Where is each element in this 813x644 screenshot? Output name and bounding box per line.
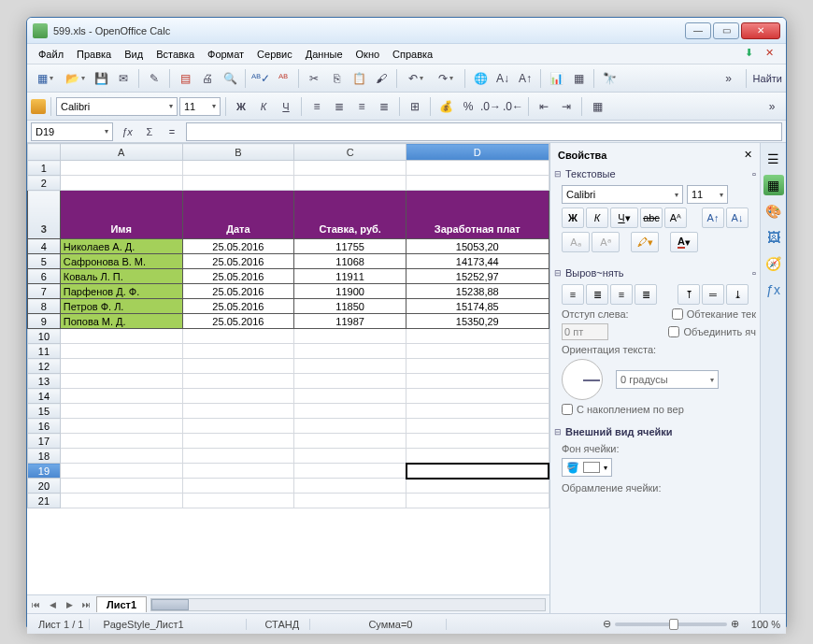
sidebar-close-icon[interactable]: ✕ [744, 149, 752, 161]
row-header[interactable]: 20 [28, 479, 61, 494]
align-justify-button[interactable]: ≣ [374, 96, 394, 117]
email-button[interactable]: ✉ [113, 68, 134, 89]
row-header[interactable]: 6 [28, 269, 61, 284]
sum-button[interactable]: Σ [139, 122, 160, 142]
sb-highlight-button[interactable]: 🖍▾ [631, 232, 659, 252]
menu-insert[interactable]: Вставка [150, 47, 200, 62]
merge-checkbox[interactable]: Объединить яч [668, 326, 756, 337]
remove-decimal-button[interactable]: .0← [503, 96, 523, 117]
cell[interactable]: 25.05.2016 [182, 254, 294, 269]
sb-italic-button[interactable]: К [586, 208, 608, 228]
menu-file[interactable]: Файл [33, 47, 69, 62]
cell[interactable]: 15238,88 [406, 284, 549, 299]
bg-color-button[interactable]: 🪣 [562, 458, 612, 477]
cell[interactable]: 25.05.2016 [182, 269, 294, 284]
row-header[interactable]: 2 [28, 176, 61, 191]
underline-button[interactable]: Ч [276, 96, 296, 117]
cell[interactable]: Петров Ф. Л. [60, 299, 182, 314]
cell[interactable]: 25.05.2016 [182, 314, 294, 329]
paste-button[interactable]: 📋 [349, 68, 369, 89]
sb-valign-mid[interactable]: ═ [702, 284, 724, 305]
font-name-select[interactable]: Calibri [56, 97, 178, 116]
sb-align-center[interactable]: ≣ [586, 284, 608, 305]
row-header[interactable]: 18 [28, 449, 61, 464]
cell[interactable]: 15053,20 [406, 239, 549, 254]
row-header-selected[interactable]: 19 [28, 464, 61, 479]
header-name[interactable]: Имя [60, 191, 182, 239]
zoom-value[interactable]: 100 % [743, 619, 780, 630]
format-paint-button[interactable]: 🖌 [371, 68, 392, 89]
sb-grow-font-button[interactable]: A↑ [702, 208, 724, 228]
tab-first-button[interactable]: ⏮ [27, 597, 44, 612]
row-header[interactable]: 5 [28, 254, 61, 269]
font-size-select[interactable]: 11 [179, 97, 221, 116]
menu-format[interactable]: Формат [202, 47, 250, 62]
col-header-b[interactable]: B [182, 144, 294, 161]
menu-help[interactable]: Справка [387, 47, 438, 62]
sb-bold-button[interactable]: Ж [562, 208, 584, 228]
cell[interactable]: 11755 [294, 239, 406, 254]
cell[interactable]: 11068 [294, 254, 406, 269]
sb-shrink-font-button[interactable]: A↓ [726, 208, 749, 228]
header-salary[interactable]: Заработная плат [406, 191, 549, 239]
new-button[interactable]: ▦ [31, 68, 59, 89]
cut-button[interactable]: ✂ [304, 68, 324, 89]
cell[interactable]: 25.05.2016 [182, 299, 294, 314]
styles-icon[interactable] [31, 99, 46, 114]
sb-align-right[interactable]: ≡ [610, 284, 633, 305]
dock-properties-icon[interactable]: ▦ [763, 175, 784, 195]
status-mode[interactable]: СТАНД [254, 619, 310, 630]
row-header[interactable]: 21 [28, 494, 61, 508]
sb-size-select[interactable]: 11 [687, 185, 728, 204]
section-align-header[interactable]: Выров~нять▫ [554, 265, 756, 280]
sb-shadow-button[interactable]: Aᴬ [664, 208, 687, 228]
degrees-select[interactable]: 0 градусы [616, 370, 719, 389]
header-rate[interactable]: Ставка, руб. [294, 191, 406, 239]
expand-format-button[interactable]: » [762, 96, 782, 117]
row-header[interactable]: 16 [28, 419, 61, 434]
formula-input[interactable] [186, 122, 782, 141]
active-cell[interactable] [406, 464, 549, 479]
col-header-c[interactable]: C [294, 144, 406, 161]
sb-underline-button[interactable]: Ч ▾ [610, 208, 638, 228]
dock-gallery-icon[interactable]: 🖼 [763, 227, 784, 248]
name-box[interactable]: D19 [31, 122, 113, 141]
tab-prev-button[interactable]: ◀ [44, 597, 61, 612]
function-wizard-button[interactable]: ƒx [117, 122, 137, 142]
cell[interactable]: Парфенов Д. Ф. [60, 284, 182, 299]
currency-button[interactable]: 💰 [435, 96, 456, 117]
print-button[interactable]: 🖨 [197, 68, 218, 89]
undo-button[interactable]: ↶ [402, 68, 430, 89]
inc-indent-button[interactable]: ⇥ [556, 96, 577, 117]
bold-button[interactable]: Ж [231, 96, 251, 117]
borders-button[interactable]: ▦ [587, 96, 607, 117]
copy-button[interactable]: ⎘ [326, 68, 347, 89]
row-header[interactable]: 14 [28, 389, 61, 404]
status-sum[interactable]: Сумма=0 [363, 619, 447, 630]
align-left-button[interactable]: ≡ [307, 96, 327, 117]
zoom-out-button[interactable]: ⊖ [603, 618, 611, 630]
wrap-checkbox[interactable]: Обтекание тек [672, 308, 756, 320]
dock-navigator-icon[interactable]: 🧭 [763, 253, 784, 274]
align-center-button[interactable]: ≣ [329, 96, 349, 117]
menu-window[interactable]: Окно [350, 47, 386, 62]
pdf-button[interactable]: ▤ [175, 68, 195, 89]
cell[interactable]: Попова М. Д. [60, 314, 182, 329]
sb-font-select[interactable]: Calibri [562, 185, 683, 204]
navigator-button[interactable]: 🔭 [599, 68, 620, 89]
sb-align-left[interactable]: ≡ [562, 284, 584, 305]
cell[interactable]: 25.05.2016 [182, 284, 294, 299]
sb-valign-bot[interactable]: ⤓ [726, 284, 749, 305]
cell[interactable]: Сафронова В. М. [60, 254, 182, 269]
autospell-button[interactable]: ᴬᴮ [273, 68, 293, 89]
col-header-a[interactable]: A [60, 144, 182, 161]
cell[interactable]: 11900 [294, 284, 406, 299]
dock-styles-icon[interactable]: 🎨 [763, 201, 784, 222]
maximize-button[interactable]: ▭ [713, 22, 739, 39]
merge-cells-button[interactable]: ⊞ [405, 96, 425, 117]
dock-menu-icon[interactable]: ☰ [763, 149, 784, 169]
cell[interactable]: 25.05.2016 [182, 239, 294, 254]
cell[interactable]: 15252,97 [406, 269, 549, 284]
preview-button[interactable]: 🔍 [220, 68, 240, 89]
stacked-checkbox[interactable]: С накоплением по вер [562, 404, 756, 415]
